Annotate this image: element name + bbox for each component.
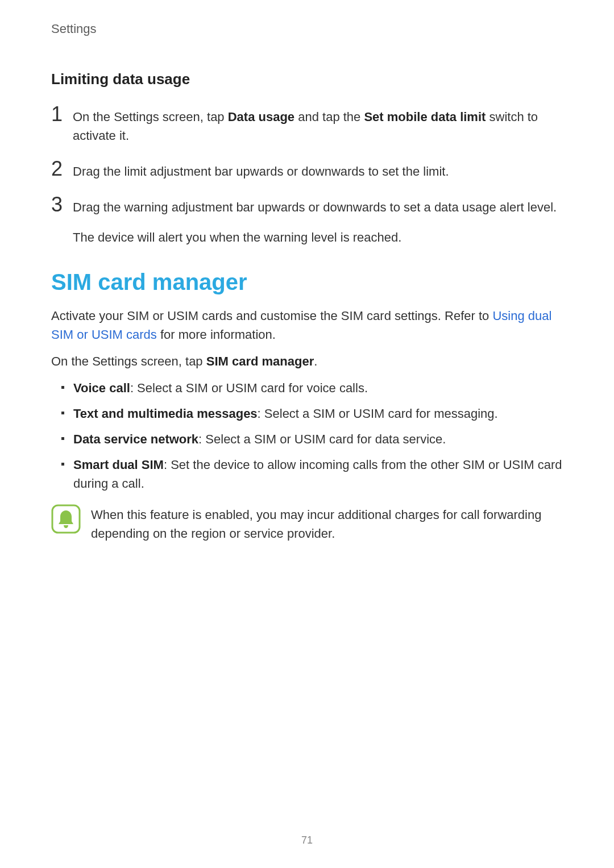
step-content: Drag the limit adjustment bar upwards or… <box>73 161 563 181</box>
bullet-icon <box>61 463 64 466</box>
list-item: Smart dual SIM: Set the device to allow … <box>51 455 563 493</box>
step-3: 3 Drag the warning adjustment bar upward… <box>51 197 563 247</box>
instruction-post: . <box>314 354 317 368</box>
list-item: Data service network: Select a SIM or US… <box>51 430 563 448</box>
intro-pre: Activate your SIM or USIM cards and cust… <box>51 309 492 323</box>
bullet-bold: Text and multimedia messages <box>73 406 258 421</box>
bullet-text: : Select a SIM or USIM card for voice ca… <box>130 381 368 395</box>
section-instruction: On the Settings screen, tap SIM card man… <box>51 352 563 371</box>
list-item: Voice call: Select a SIM or USIM card fo… <box>51 379 563 397</box>
bullet-content: Text and multimedia messages: Select a S… <box>73 404 563 423</box>
bullet-list: Voice call: Select a SIM or USIM card fo… <box>51 379 563 493</box>
step-2: 2 Drag the limit adjustment bar upwards … <box>51 161 563 181</box>
bullet-bold: Smart dual SIM <box>73 458 164 472</box>
subsection-title: Limiting data usage <box>51 70 563 88</box>
step-content: Drag the warning adjustment bar upwards … <box>73 197 563 247</box>
step-number: 1 <box>51 104 73 124</box>
bullet-text: : Select a SIM or USIM card for messagin… <box>258 406 498 421</box>
step-text-mid: and tap the <box>294 110 364 124</box>
step-number: 3 <box>51 194 73 215</box>
step-text-pre: On the Settings screen, tap <box>73 110 228 124</box>
section-title: SIM card manager <box>51 269 563 295</box>
numbered-list: 1 On the Settings screen, tap Data usage… <box>51 106 563 247</box>
step-number: 2 <box>51 159 73 179</box>
header-title: Settings <box>51 22 563 36</box>
bullet-icon <box>61 412 64 414</box>
note-text: When this feature is enabled, you may in… <box>91 504 563 543</box>
step-text-line2: The device will alert you when the warni… <box>73 228 563 247</box>
instruction-bold: SIM card manager <box>206 354 314 368</box>
list-item: Text and multimedia messages: Select a S… <box>51 404 563 423</box>
step-content: On the Settings screen, tap Data usage a… <box>73 106 563 145</box>
note-bell-icon <box>51 504 81 534</box>
bullet-content: Voice call: Select a SIM or USIM card fo… <box>73 379 563 397</box>
bullet-content: Smart dual SIM: Set the device to allow … <box>73 455 563 493</box>
bullet-icon <box>61 386 64 389</box>
bullet-bold: Voice call <box>73 381 130 395</box>
note-block: When this feature is enabled, you may in… <box>51 504 563 543</box>
bullet-bold: Data service network <box>73 432 198 446</box>
bullet-icon <box>61 437 64 440</box>
step-text-bold: Set mobile data limit <box>364 110 486 124</box>
step-1: 1 On the Settings screen, tap Data usage… <box>51 106 563 145</box>
section-intro: Activate your SIM or USIM cards and cust… <box>51 306 563 344</box>
step-text-line1: Drag the warning adjustment bar upwards … <box>73 200 557 214</box>
page-number: 71 <box>0 834 614 846</box>
bullet-content: Data service network: Select a SIM or US… <box>73 430 563 448</box>
step-text-bold: Data usage <box>228 110 294 124</box>
instruction-pre: On the Settings screen, tap <box>51 354 206 368</box>
bullet-text: : Select a SIM or USIM card for data ser… <box>198 432 446 446</box>
intro-post: for more information. <box>157 327 276 342</box>
